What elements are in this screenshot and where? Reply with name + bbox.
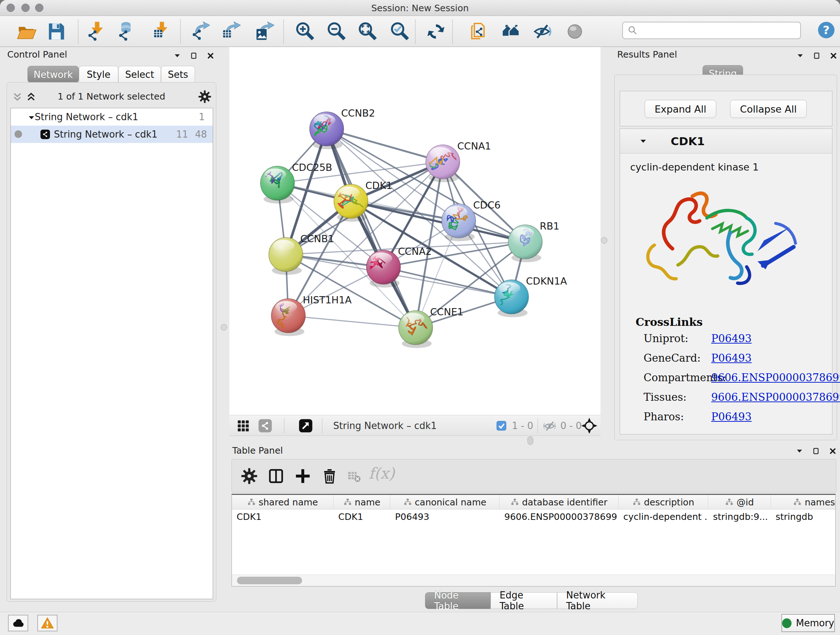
selected-items-checkbox[interactable] (496, 420, 507, 432)
table-cell[interactable]: stringdb:9... (708, 510, 771, 524)
node-section-header[interactable]: CDK1 (620, 129, 832, 154)
network-node-CDK1[interactable]: CDK1 (334, 180, 393, 222)
table-tabs: Node Table Edge Table Network Table (425, 592, 638, 609)
column-header-canonical-name[interactable]: canonical name (390, 495, 500, 509)
panel-close-icon[interactable] (829, 447, 837, 455)
window-title: Session: New Session (0, 3, 840, 13)
network-options-gear-icon[interactable] (198, 90, 212, 103)
save-session-button[interactable] (46, 21, 66, 42)
table-cell[interactable]: cyclin-dependent ... (619, 510, 708, 524)
network-node-CCNE1[interactable]: CCNE1 (393, 306, 463, 348)
network-node-HIST1H1A[interactable]: HIST1H1A (268, 295, 352, 336)
import-network-from-database-button[interactable] (114, 21, 134, 42)
tab-style[interactable]: Style (79, 66, 118, 83)
warnings-button[interactable] (37, 615, 57, 631)
network-node-CDKN1A[interactable]: CDKN1A (487, 276, 567, 317)
column-header-namespace[interactable]: namespace (771, 495, 836, 509)
crosslink-link[interactable]: 9606.ENSP00000378699 (711, 391, 840, 403)
column-header-description[interactable]: description (619, 495, 708, 509)
detach-view-icon[interactable] (298, 418, 314, 434)
hide-view-button[interactable] (532, 21, 552, 42)
birdseye-crosshair-icon[interactable] (581, 417, 598, 434)
panel-collapse-icon[interactable] (796, 51, 805, 60)
network-current-dot-icon (14, 130, 22, 138)
view-grid-icon[interactable] (235, 418, 251, 434)
column-header-shared-name[interactable]: shared name (232, 495, 333, 509)
network-node-CDC25B[interactable]: CDC25B (261, 162, 332, 203)
search-box[interactable] (622, 22, 801, 39)
import-network-from-file-button[interactable] (84, 21, 104, 42)
scrollbar-thumb[interactable] (237, 577, 302, 584)
crosslink-link[interactable]: P06493 (711, 410, 752, 423)
import-table-from-file-button[interactable] (148, 21, 168, 42)
panel-collapse-icon[interactable] (173, 51, 182, 60)
delete-column-icon[interactable] (321, 467, 338, 485)
show-columns-icon[interactable] (267, 467, 285, 485)
panel-float-icon[interactable] (812, 447, 821, 455)
open-in-string-web-button[interactable] (469, 21, 489, 42)
vertical-splitter-handle[interactable] (601, 237, 607, 244)
network-node-CCNB1[interactable]: CCNB1 (269, 233, 334, 275)
panel-float-icon[interactable] (189, 51, 198, 60)
tab-select[interactable]: Select (118, 66, 161, 83)
table-cell[interactable]: P06493 (390, 510, 500, 524)
tab-node-table[interactable]: Node Table (425, 592, 491, 609)
open-session-button[interactable] (17, 21, 37, 42)
memory-button[interactable]: Memory (782, 614, 835, 632)
homes-button[interactable] (501, 21, 521, 42)
title-bar[interactable]: Session: New Session (0, 0, 840, 16)
table-cell[interactable]: CDK1 (333, 510, 390, 524)
zoom-selected-button[interactable] (390, 21, 410, 42)
table-row[interactable]: CDK1CDK1P064939606.ENSP00000378699cyclin… (232, 510, 836, 524)
network-edge-CCNA2-CDKN1A[interactable] (384, 267, 512, 297)
zoom-out-button[interactable] (326, 21, 347, 42)
network-node-CCNA1[interactable]: CCNA1 (420, 141, 491, 182)
crosslink-link[interactable]: P06493 (711, 352, 752, 364)
zoom-fit-content-button[interactable] (357, 21, 378, 42)
network-node-CCNA2[interactable]: CCNA2 (363, 246, 432, 287)
export-network-button[interactable] (189, 21, 210, 42)
table-cell[interactable]: CDK1 (232, 510, 333, 524)
network-node-RB1[interactable]: RB1 (508, 220, 559, 262)
table-options-gear-icon[interactable] (240, 467, 258, 485)
zoom-in-button[interactable] (295, 21, 315, 42)
tab-network-table[interactable]: Network Table (557, 592, 638, 609)
panel-float-icon[interactable] (813, 51, 821, 60)
network-row-selected[interactable]: String Network – cdk1 11 48 (11, 126, 213, 143)
vertical-splitter-handle[interactable] (221, 324, 227, 331)
collapse-all-button[interactable]: Collapse All (730, 100, 807, 118)
column-header--id[interactable]: @id (708, 495, 771, 509)
table-cell[interactable]: 9606.ENSP00000378699 (500, 510, 619, 524)
network-canvas[interactable]: CCNB2CCNA1CDC25BCDK1CDC6RB1CCNB1CCNA2CDK… (229, 47, 600, 415)
column-header-label: canonical name (415, 497, 486, 508)
table-cell[interactable]: stringdb (771, 510, 836, 524)
tree-expand-icon[interactable] (27, 113, 35, 121)
panel-close-icon[interactable] (206, 51, 215, 60)
crosslink-link[interactable]: P06493 (711, 333, 752, 345)
section-expand-icon[interactable] (639, 138, 647, 146)
export-table-button[interactable] (220, 21, 240, 42)
horizontal-splitter-handle[interactable] (527, 436, 533, 445)
add-column-icon[interactable] (294, 467, 311, 485)
help-button[interactable]: ? (817, 21, 836, 40)
tab-network[interactable]: Network (27, 66, 79, 83)
search-input[interactable] (639, 25, 800, 35)
table-horizontal-scrollbar[interactable] (232, 575, 835, 586)
hidden-items-icon[interactable] (543, 419, 556, 433)
panel-close-icon[interactable] (829, 51, 838, 60)
control-panel-title: Control Panel (7, 49, 67, 60)
network-view-toolbar: String Network – cdk1 1 - 0 0 - 0 (229, 415, 600, 436)
expand-all-button[interactable]: Expand All (645, 100, 716, 118)
refresh-view-button[interactable] (426, 21, 446, 42)
cloud-status-button[interactable] (8, 615, 28, 631)
network-collection-row[interactable]: String Network – cdk1 1 (11, 108, 213, 126)
gray-ball-button[interactable] (565, 21, 585, 42)
panel-collapse-icon[interactable] (795, 447, 804, 455)
tab-sets[interactable]: Sets (161, 66, 195, 83)
export-image-button[interactable] (254, 21, 274, 42)
column-header-database-identifier[interactable]: database identifier (500, 495, 619, 509)
crosslink-link[interactable]: 9606.ENSP00000378699 (711, 371, 840, 384)
view-string-icon[interactable] (257, 418, 273, 434)
column-header-name[interactable]: name (333, 495, 390, 509)
tab-edge-table[interactable]: Edge Table (491, 592, 557, 609)
